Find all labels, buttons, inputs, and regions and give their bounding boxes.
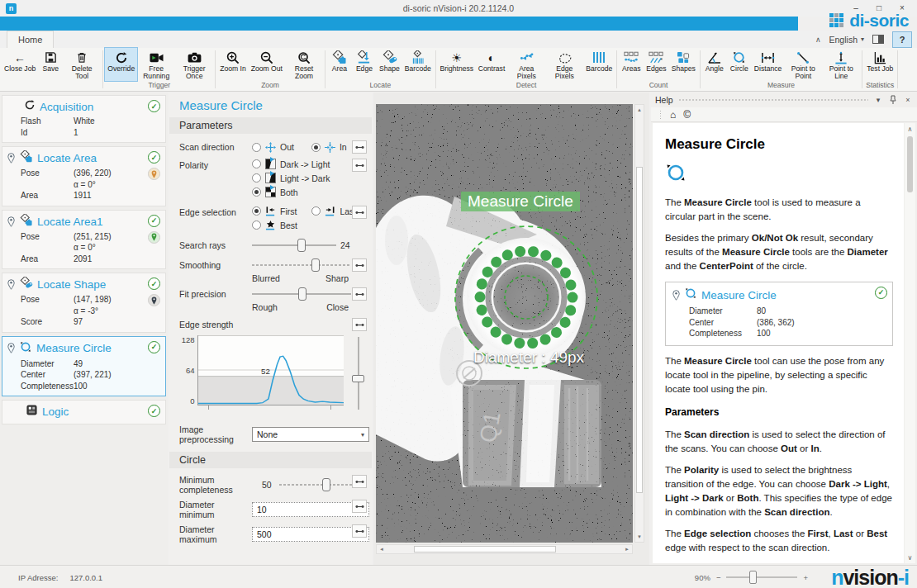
copyright-icon[interactable]: © <box>683 109 691 121</box>
fit-precision-slider[interactable] <box>252 287 351 301</box>
scan-in-icon <box>325 142 335 153</box>
scrollbar-thumb[interactable] <box>414 546 556 552</box>
minimum-completeness-slider[interactable] <box>279 478 355 491</box>
zoom-out-button[interactable]: − <box>716 573 721 582</box>
image-preprocessing-select[interactable]: None ▾ <box>252 427 369 442</box>
pin-link-button[interactable] <box>352 159 367 172</box>
ribbon-button-edge-pixels[interactable]: Edge Pixels <box>545 48 583 81</box>
scroll-up-chevron[interactable]: ∧ <box>908 123 913 135</box>
window-position-icon[interactable]: ▾ <box>873 96 883 104</box>
smoothing-scale-labels: BlurredSharp <box>169 273 372 283</box>
radio-out[interactable] <box>252 143 261 152</box>
ribbon-button-angle[interactable]: Angle <box>702 48 727 81</box>
scroll-up-icon[interactable]: ▲ <box>635 105 644 115</box>
di-soric-logo: di-soric <box>829 11 909 31</box>
zoom-in-button[interactable]: + <box>803 573 808 582</box>
ribbon-button-locate-shape[interactable]: Shape <box>377 48 402 81</box>
ribbon-button-circle[interactable]: Circle <box>727 48 752 81</box>
pin-link-button[interactable] <box>352 206 367 219</box>
circle-icon <box>732 50 746 65</box>
scroll-down-icon[interactable]: ▼ <box>635 532 644 542</box>
ribbon-button-test-job[interactable]: Test Job <box>864 48 896 81</box>
polarity-light-dark-option[interactable]: Light -> Dark <box>252 173 330 183</box>
ribbon-button-reset-zoom[interactable]: Reset Zoom <box>285 48 323 81</box>
tool-card-locate-shape[interactable]: Locate Shape ✓ Pose(147, 198) α = -3° Sc… <box>2 273 166 333</box>
ribbon-button-zoom-in[interactable]: Zoom In <box>217 48 249 81</box>
pin-link-button[interactable] <box>352 475 367 488</box>
search-rays-slider[interactable] <box>252 239 336 252</box>
tool-card-locate-area1[interactable]: Locate Area1 ✓ Pose(251, 215) α = 0° Are… <box>2 210 166 270</box>
ribbon-button-save[interactable]: Save <box>38 48 63 81</box>
ribbon-button-distance[interactable]: Distance <box>752 48 784 81</box>
zoom-slider-thumb[interactable] <box>749 571 757 584</box>
ribbon-button-free-running[interactable]: Free Running <box>137 48 175 81</box>
ribbon-button-locate-area[interactable]: Area <box>327 48 352 81</box>
edge-best-option[interactable]: Best <box>252 220 356 230</box>
parameters-panel: Measure Circle Parameters Scan direction… <box>169 92 372 565</box>
polarity-both-option[interactable]: Both <box>252 187 330 197</box>
help-paragraph: The Measure Circle tool is used to measu… <box>665 196 893 224</box>
ribbon-button-close-job[interactable]: ← Close Job <box>2 48 38 81</box>
collapse-ribbon-icon[interactable]: ∧ <box>815 36 821 44</box>
ribbon-button-point-to-point[interactable]: Point to Point <box>784 48 822 81</box>
tool-card-measure-circle[interactable]: Measure Circle ✓ Diameter49 Center(397, … <box>2 336 166 397</box>
scroll-down-chevron[interactable]: ∨ <box>908 552 913 563</box>
help-scrollbar[interactable]: ∧ ∨ <box>905 123 915 563</box>
pin-link-button[interactable] <box>352 287 367 301</box>
edge-strength-threshold-slider[interactable] <box>350 335 367 411</box>
help-button[interactable]: ? <box>892 31 912 48</box>
tab-home[interactable]: Home <box>7 31 54 48</box>
row-edge-selection: Edge selection First Last Best <box>169 203 372 233</box>
ribbon-group-measure: Angle Circle Distance Point to Point Poi… <box>701 48 862 91</box>
radio-in[interactable] <box>311 143 321 152</box>
panel-layout-icon[interactable] <box>872 35 884 44</box>
pin-link-button[interactable] <box>352 318 367 331</box>
edge-last-option[interactable]: Last <box>311 206 356 216</box>
ribbon-button-count-shapes[interactable]: Shapes <box>669 48 698 81</box>
pin-link-button[interactable] <box>352 258 367 272</box>
language-dropdown[interactable]: English▾ <box>829 35 864 45</box>
polarity-dark-light-option[interactable]: Dark -> Light <box>252 159 330 169</box>
row-image-preprocessing: Image preprocessing None ▾ <box>169 422 372 447</box>
tool-card-acquisition[interactable]: Acquisition ✓ FlashWhite Id1 <box>2 95 166 143</box>
image-vertical-scrollbar[interactable]: ▲ ▼ <box>634 104 644 543</box>
scroll-right-icon[interactable]: ► <box>622 545 632 553</box>
image-horizontal-scrollbar[interactable]: ◄ ► <box>376 544 633 554</box>
scan-direction-out-option[interactable]: Out <box>252 142 294 153</box>
ribbon-button-area-pixels[interactable]: Area Pixels <box>507 48 545 81</box>
ribbon-button-override[interactable]: Override <box>105 48 137 81</box>
ribbon-button-locate-edge[interactable]: Edge <box>352 48 377 81</box>
ribbon-button-count-areas[interactable]: Areas <box>619 48 644 81</box>
ribbon-button-count-edges[interactable]: Edges <box>644 48 668 81</box>
scrollbar-thumb[interactable] <box>636 167 643 493</box>
ribbon-button-delete-tool[interactable]: Delete Tool <box>63 48 101 81</box>
ribbon-button-zoom-out[interactable]: Zoom Out <box>249 48 285 81</box>
camera-image[interactable]: Q1 Measure Circle Diameter : 49px <box>376 104 633 543</box>
status-ok-icon: ✓ <box>148 405 160 417</box>
overlay-diameter-label: Diameter : 49px <box>473 349 584 367</box>
zoom-slider[interactable] <box>726 571 797 584</box>
ribbon-button-locate-barcode[interactable]: Barcode <box>402 48 434 81</box>
tool-card-locate-area[interactable]: Locate Area ✓ Pose(396, 220) α = 0° Area… <box>2 146 166 206</box>
tool-card-logic[interactable]: Logic ✓ <box>2 400 166 424</box>
ribbon-button-detect-barcode[interactable]: Barcode <box>583 48 615 81</box>
pushpin-icon[interactable] <box>888 95 898 106</box>
smoothing-slider[interactable] <box>252 258 351 272</box>
ribbon-button-trigger-once[interactable]: Trigger Once <box>175 48 213 81</box>
override-sync-icon <box>115 50 128 65</box>
scrollbar-thumb[interactable] <box>907 136 913 192</box>
edge-first-option[interactable]: First <box>252 206 297 216</box>
pin-link-button[interactable] <box>352 140 367 154</box>
close-help-icon[interactable]: × <box>903 96 913 104</box>
logic-chip-icon <box>26 404 38 420</box>
ribbon-button-point-to-line[interactable]: Point to Line <box>822 48 860 81</box>
scroll-left-icon[interactable]: ◄ <box>377 545 387 553</box>
ribbon-button-contrast[interactable]: ◐ Contrast <box>476 48 507 81</box>
ribbon-button-brightness[interactable]: ☀ Brightness <box>438 48 476 81</box>
edge-strength-plot[interactable]: 52 <box>197 335 344 405</box>
pin-link-button[interactable] <box>352 524 367 538</box>
status-bar: IP Adresse:127.0.0.1 90% − + nvision-i <box>0 565 917 588</box>
scan-direction-in-option[interactable]: In <box>311 142 347 153</box>
home-icon[interactable]: ⌂ <box>670 109 676 121</box>
pin-link-button[interactable] <box>352 500 367 513</box>
